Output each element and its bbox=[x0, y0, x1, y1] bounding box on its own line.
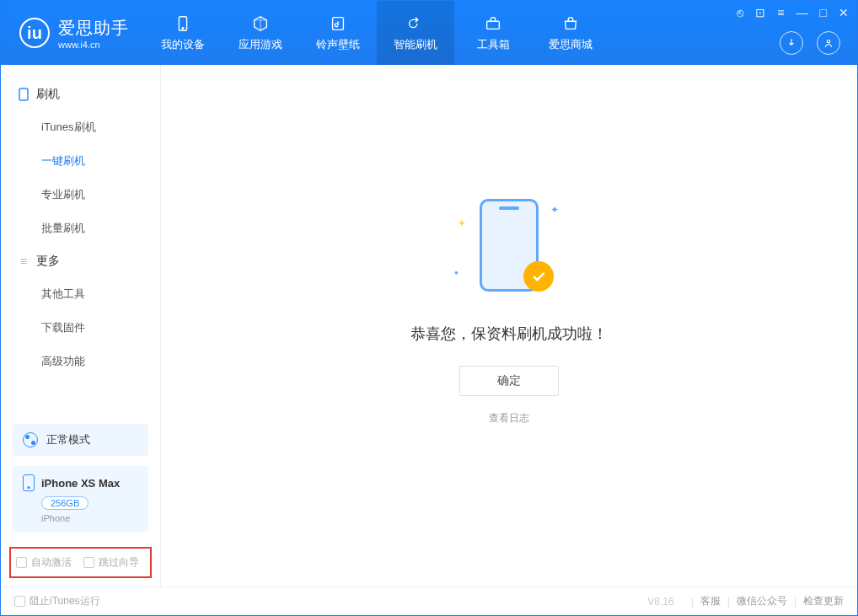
store-icon bbox=[560, 13, 581, 34]
nav-ringtones[interactable]: 铃声壁纸 bbox=[299, 1, 377, 65]
download-icon[interactable] bbox=[780, 31, 803, 55]
device-name: iPhone XS Max bbox=[41, 477, 120, 490]
footer-link-support[interactable]: 客服 bbox=[700, 594, 721, 608]
sidebar-item-itunes-flash[interactable]: iTunes刷机 bbox=[1, 110, 160, 144]
highlighted-options: 自动激活 跳过向导 bbox=[9, 547, 152, 578]
top-nav: 我的设备 应用游戏 铃声壁纸 智能刷机 工具箱 爱思商城 bbox=[144, 1, 609, 65]
footer-link-update[interactable]: 检查更新 bbox=[803, 594, 844, 608]
sparkle-icon: ✦ bbox=[550, 204, 559, 216]
checkbox-label: 跳过向导 bbox=[99, 555, 139, 570]
logo-text: 爱思助手 www.i4.cn bbox=[58, 17, 129, 50]
sidebar-section-flash: 刷机 bbox=[1, 78, 160, 110]
checkmark-badge-icon bbox=[523, 261, 554, 292]
music-icon bbox=[328, 13, 348, 34]
app-header: iu 爱思助手 www.i4.cn 我的设备 应用游戏 铃声壁纸 智能刷机 工具… bbox=[1, 1, 857, 65]
app-body: 刷机 iTunes刷机 一键刷机 专业刷机 批量刷机 ≡ 更多 其他工具 下载固… bbox=[1, 65, 857, 587]
logo-area: iu 爱思助手 www.i4.cn bbox=[1, 1, 144, 65]
user-icon[interactable] bbox=[817, 31, 840, 55]
refresh-icon bbox=[405, 13, 426, 34]
toolbox-icon bbox=[483, 13, 503, 34]
mode-icon bbox=[23, 432, 38, 447]
section-title: 更多 bbox=[36, 254, 60, 269]
version-label: V8.16 bbox=[647, 596, 673, 608]
header-actions bbox=[780, 31, 840, 55]
device-storage: 256GB bbox=[41, 496, 88, 510]
view-log-link[interactable]: 查看日志 bbox=[489, 411, 529, 426]
sidebar-section-more: ≡ 更多 bbox=[1, 245, 160, 277]
device-phone-icon bbox=[23, 474, 35, 491]
nav-label: 智能刷机 bbox=[394, 37, 437, 52]
mode-label: 正常模式 bbox=[46, 432, 90, 447]
main-content: ✦ ✦ ● 恭喜您，保资料刷机成功啦！ 确定 查看日志 bbox=[161, 65, 857, 587]
nav-apps-games[interactable]: 应用游戏 bbox=[222, 1, 299, 65]
menu-icon[interactable]: ≡ bbox=[777, 6, 784, 19]
footer-link-wechat[interactable]: 微信公众号 bbox=[737, 594, 787, 608]
nav-toolbox[interactable]: 工具箱 bbox=[454, 1, 532, 65]
sidebar-item-batch-flash[interactable]: 批量刷机 bbox=[1, 212, 160, 245]
app-logo-icon: iu bbox=[19, 18, 50, 48]
success-illustration: ✦ ✦ ● bbox=[454, 192, 564, 302]
nav-label: 我的设备 bbox=[161, 37, 205, 52]
sidebar-item-advanced[interactable]: 高级功能 bbox=[1, 345, 160, 378]
sidebar-item-pro-flash[interactable]: 专业刷机 bbox=[1, 178, 160, 212]
checkbox-icon bbox=[16, 557, 27, 568]
phone-small-icon bbox=[18, 88, 29, 100]
device-type: iPhone bbox=[41, 513, 138, 523]
checkbox-auto-activate[interactable]: 自动激活 bbox=[16, 555, 72, 570]
close-button[interactable]: ✕ bbox=[839, 6, 849, 19]
device-info-box[interactable]: iPhone XS Max 256GB iPhone bbox=[13, 466, 148, 532]
lock-icon[interactable]: ⊡ bbox=[755, 6, 765, 19]
checkbox-icon bbox=[14, 596, 25, 607]
nav-label: 爱思商城 bbox=[549, 37, 593, 52]
app-title: 爱思助手 bbox=[58, 17, 129, 40]
app-url: www.i4.cn bbox=[58, 40, 129, 50]
checkbox-skip-guide[interactable]: 跳过向导 bbox=[83, 555, 139, 570]
list-icon: ≡ bbox=[18, 255, 29, 267]
checkbox-icon bbox=[83, 557, 94, 568]
device-mode-box[interactable]: 正常模式 bbox=[13, 424, 148, 456]
nav-label: 应用游戏 bbox=[239, 37, 282, 52]
footer-right: V8.16 | 客服 | 微信公众号 | 检查更新 bbox=[647, 594, 844, 608]
window-controls: ⎋ ⊡ ≡ — □ ✕ bbox=[737, 6, 849, 19]
success-message: 恭喜您，保资料刷机成功啦！ bbox=[410, 324, 608, 344]
sidebar-item-download-firmware[interactable]: 下载固件 bbox=[1, 311, 160, 345]
section-title: 刷机 bbox=[36, 87, 60, 102]
cube-icon bbox=[250, 13, 271, 34]
sidebar: 刷机 iTunes刷机 一键刷机 专业刷机 批量刷机 ≡ 更多 其他工具 下载固… bbox=[1, 65, 161, 587]
nav-my-device[interactable]: 我的设备 bbox=[144, 1, 222, 65]
sidebar-item-oneclick-flash[interactable]: 一键刷机 bbox=[1, 144, 160, 178]
sidebar-item-other-tools[interactable]: 其他工具 bbox=[1, 277, 160, 311]
nav-label: 铃声壁纸 bbox=[316, 37, 360, 52]
checkbox-label: 阻止iTunes运行 bbox=[29, 594, 100, 608]
sparkle-icon: ● bbox=[454, 269, 458, 276]
maximize-button[interactable]: □ bbox=[820, 6, 827, 19]
status-bar: 阻止iTunes运行 V8.16 | 客服 | 微信公众号 | 检查更新 bbox=[1, 587, 857, 615]
nav-smart-flash[interactable]: 智能刷机 bbox=[377, 1, 454, 65]
checkbox-label: 自动激活 bbox=[31, 555, 72, 570]
svg-point-4 bbox=[827, 40, 830, 44]
checkbox-block-itunes[interactable]: 阻止iTunes运行 bbox=[14, 594, 100, 608]
nav-store[interactable]: 爱思商城 bbox=[532, 1, 609, 65]
svg-rect-5 bbox=[19, 88, 28, 100]
minimize-button[interactable]: — bbox=[796, 6, 808, 19]
svg-point-1 bbox=[182, 28, 184, 29]
device-icon bbox=[173, 13, 193, 34]
ok-button[interactable]: 确定 bbox=[459, 366, 559, 396]
shirt-icon[interactable]: ⎋ bbox=[737, 6, 743, 19]
svg-rect-3 bbox=[487, 21, 500, 29]
sparkle-icon: ✦ bbox=[458, 217, 466, 229]
nav-label: 工具箱 bbox=[477, 37, 510, 52]
